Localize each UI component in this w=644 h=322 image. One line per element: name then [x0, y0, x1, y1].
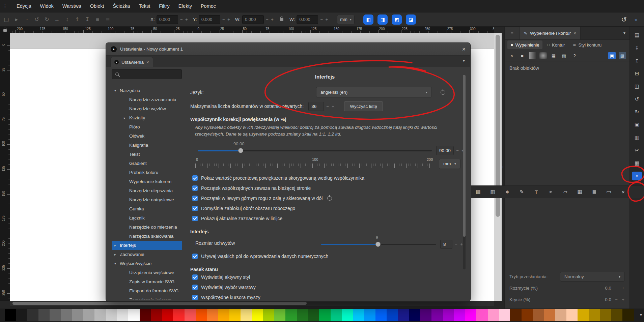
tree-item-urz-dzenia-wej-ciowe[interactable]: Urządzenia wejściowe — [112, 268, 182, 277]
reset-rotation-icon[interactable]: ↺ — [621, 16, 627, 24]
menu-pomoc[interactable]: Pomoc — [196, 0, 220, 12]
color-swatch[interactable] — [499, 309, 510, 321]
fill-rule-nonzero-button[interactable]: ▨ — [619, 52, 626, 59]
search-input[interactable] — [112, 69, 182, 79]
opacity-value[interactable]: 0.0 — [605, 297, 611, 302]
color-swatch[interactable] — [522, 309, 533, 321]
color-swatch[interactable] — [72, 309, 83, 321]
gradient-icon[interactable]: ▥ — [489, 189, 496, 195]
color-swatch[interactable] — [420, 309, 431, 321]
color-swatch[interactable] — [50, 309, 61, 321]
clear-list-button[interactable]: Wyczyść listę — [344, 101, 383, 111]
unknown-paint-button[interactable]: ? — [571, 52, 578, 59]
document-properties-icon[interactable]: ◫ — [630, 80, 644, 93]
color-swatch[interactable] — [274, 309, 285, 321]
color-swatch[interactable] — [622, 309, 634, 321]
decrement-button[interactable]: − — [615, 297, 618, 302]
decrement-button[interactable]: − — [320, 17, 323, 22]
tree-item-cznik[interactable]: Łącznik — [112, 213, 182, 223]
menu-widok[interactable]: Widok — [36, 0, 58, 12]
ruler-unit-select[interactable]: mm ▾ — [439, 159, 460, 169]
page-icon[interactable]: ▭ — [606, 189, 612, 195]
color-swatch[interactable] — [454, 309, 465, 321]
chevron-down-icon[interactable]: ▾ — [114, 89, 120, 92]
close-icon[interactable]: × — [573, 31, 576, 36]
tree-item-gumka[interactable]: Gumka — [112, 204, 182, 213]
tab-kontur[interactable]: □Kontur — [544, 40, 568, 49]
tree-item-narz-dzie-ulepszania[interactable]: Narzędzie ulepszania — [112, 186, 182, 195]
select-all-icon[interactable]: ▸ — [13, 16, 20, 23]
blur-value[interactable]: 0.0 — [605, 286, 611, 291]
resize-page-button[interactable]: ◩ — [392, 14, 402, 25]
text-icon[interactable]: T — [533, 189, 539, 195]
tree-item-narz-dzia-skalowania[interactable]: Narzędzia skalowania — [112, 232, 182, 241]
tree-item-wype-nianie-kolorem[interactable]: Wypełnianie kolorem — [112, 177, 182, 186]
checkbox[interactable] — [192, 274, 198, 280]
fit-page-button[interactable]: ◨ — [377, 14, 388, 25]
tree-item-kszta-ty[interactable]: ▸ Kształty — [112, 113, 182, 122]
menu-edycja[interactable]: Edycja — [12, 0, 36, 12]
fill-stroke-icon[interactable]: ▨ — [475, 189, 481, 195]
decrement-button[interactable]: − — [222, 17, 225, 22]
collapse-panel-icon[interactable]: ◂ — [634, 17, 637, 22]
menu-tekst[interactable]: Tekst — [134, 0, 155, 12]
checkbox[interactable] — [192, 185, 198, 191]
color-swatch[interactable] — [319, 309, 330, 321]
color-swatch[interactable] — [106, 309, 117, 321]
color-swatch[interactable] — [196, 309, 207, 321]
flip-vertical-icon[interactable]: ↕ — [64, 17, 70, 23]
new-document-icon[interactable]: ▢ — [3, 16, 9, 23]
tree-item-zapis-w-formacie-svg[interactable]: Zapis w formacie SVG — [112, 277, 182, 286]
tree-item-narz-dzie-do-mierzenia[interactable]: Narzędzie do mierzenia — [112, 223, 182, 232]
color-swatch[interactable] — [308, 309, 319, 321]
color-swatch[interactable] — [229, 309, 241, 321]
coord-input-x[interactable]: 0.000 — [157, 15, 178, 24]
increment-button[interactable]: + — [227, 17, 230, 22]
tree-item-narz-dzia[interactable]: ▾ Narzędzia — [112, 86, 182, 95]
tree-item-gradient[interactable]: Gradient — [112, 159, 182, 168]
color-swatch[interactable] — [510, 309, 521, 321]
deselect-icon[interactable]: ▫ — [24, 17, 30, 23]
increment-button[interactable]: + — [331, 104, 335, 109]
paste-icon[interactable]: ▦ — [630, 157, 644, 170]
color-swatch[interactable] — [207, 309, 218, 321]
tree-item-pi-ro[interactable]: Pióro — [112, 122, 182, 131]
color-swatch[interactable] — [566, 309, 578, 321]
handle-size-input[interactable]: 8 — [440, 240, 452, 249]
zoom-correction-input[interactable]: 90.00 — [436, 146, 454, 155]
pattern-button[interactable]: ▦ — [550, 52, 557, 59]
color-swatch[interactable] — [140, 309, 151, 321]
close-icon[interactable]: × — [462, 46, 466, 52]
lock-ratio-icon[interactable] — [280, 18, 283, 21]
raise-to-top-icon[interactable]: ↥ — [74, 16, 80, 23]
increment-button[interactable]: + — [185, 17, 188, 22]
swatch-button[interactable]: ▧ — [560, 52, 568, 59]
color-swatch[interactable] — [611, 309, 622, 321]
close-icon[interactable]: × — [146, 60, 149, 65]
coord-input-h[interactable]: 0.000 — [297, 15, 318, 24]
color-swatch[interactable] — [331, 309, 342, 321]
color-swatch[interactable] — [94, 309, 106, 321]
tree-item-narz-dzie-w-z-w[interactable]: Narzędzie węzłów — [112, 104, 182, 113]
undo-icon[interactable]: ↺ — [34, 16, 40, 23]
decrement-button[interactable]: − — [454, 242, 458, 247]
color-swatch[interactable] — [285, 309, 297, 321]
increment-button[interactable]: + — [271, 17, 274, 22]
slider-thumb[interactable] — [238, 148, 243, 153]
color-swatch[interactable] — [173, 309, 184, 321]
chevron-down-icon[interactable]: ▾ — [463, 58, 465, 63]
chevron-right-icon[interactable]: ▸ — [124, 116, 129, 120]
color-swatch[interactable] — [600, 309, 611, 321]
checkbox[interactable] — [192, 216, 198, 221]
dialog-list-tab[interactable]: ≡ — [505, 27, 520, 39]
blend-mode-select[interactable]: Normalny ▾ — [560, 272, 625, 282]
fill-stroke-tab[interactable]: ✎ Wypełnienie i kontur × — [520, 27, 581, 39]
power-icon[interactable] — [327, 196, 332, 201]
ruler-lock-corner[interactable] — [0, 27, 10, 33]
tab-wype-nienie[interactable]: ■Wypełnienie — [507, 40, 542, 49]
color-swatch[interactable] — [375, 309, 387, 321]
color-swatch[interactable] — [241, 309, 252, 321]
align-icon[interactable]: ≡ — [94, 17, 101, 23]
content-scrollbar[interactable] — [463, 75, 466, 269]
tree-item-wej-cie-wyj-cie[interactable]: ▾ Wejście/wyjście — [112, 259, 182, 268]
